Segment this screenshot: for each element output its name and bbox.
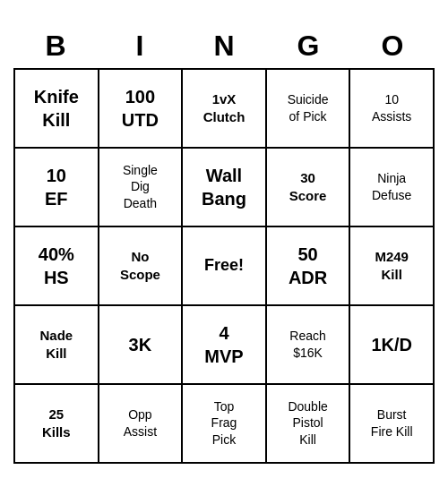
bingo-cell-r1-c0: 10EF: [15, 149, 99, 227]
bingo-cell-r3-c3: Reach$16K: [267, 306, 351, 385]
bingo-cell-r0-c4: 10Assists: [350, 70, 435, 149]
bingo-cell-r4-c4: BurstFire Kill: [350, 385, 435, 464]
bingo-header: BINGO: [13, 24, 435, 68]
bingo-cell-r1-c3: 30Score: [267, 149, 351, 227]
bingo-cell-r2-c1: NoScope: [99, 227, 184, 306]
bingo-cell-r2-c0: 40%HS: [15, 227, 99, 306]
bingo-cell-r4-c0: 25Kills: [15, 385, 99, 464]
bingo-card: BINGO KnifeKill100UTD1vXClutchSuicideof …: [13, 24, 435, 464]
header-letter-n: N: [182, 24, 266, 68]
bingo-cell-r2-c2: Free!: [183, 227, 267, 306]
bingo-cell-r1-c2: WallBang: [183, 149, 267, 227]
header-letter-o: O: [350, 24, 435, 68]
bingo-cell-r0-c3: Suicideof Pick: [267, 70, 351, 149]
bingo-cell-r4-c3: DoublePistolKill: [267, 385, 351, 464]
bingo-cell-r0-c0: KnifeKill: [15, 70, 99, 149]
bingo-cell-r1-c1: SingleDigDeath: [99, 149, 184, 227]
bingo-cell-r4-c1: OppAssist: [99, 385, 184, 464]
bingo-grid: KnifeKill100UTD1vXClutchSuicideof Pick10…: [13, 68, 435, 464]
bingo-cell-r2-c4: M249Kill: [350, 227, 435, 306]
bingo-cell-r3-c1: 3K: [99, 306, 184, 385]
header-letter-b: B: [13, 24, 98, 68]
bingo-cell-r3-c4: 1K/D: [350, 306, 435, 385]
bingo-cell-r0-c1: 100UTD: [99, 70, 184, 149]
bingo-cell-r3-c0: NadeKill: [15, 306, 99, 385]
header-letter-i: I: [98, 24, 182, 68]
bingo-cell-r3-c2: 4MVP: [183, 306, 267, 385]
bingo-cell-r2-c3: 50ADR: [267, 227, 351, 306]
bingo-cell-r1-c4: NinjaDefuse: [350, 149, 435, 227]
header-letter-g: G: [266, 24, 350, 68]
bingo-cell-r4-c2: TopFragPick: [183, 385, 267, 464]
bingo-cell-r0-c2: 1vXClutch: [183, 70, 267, 149]
